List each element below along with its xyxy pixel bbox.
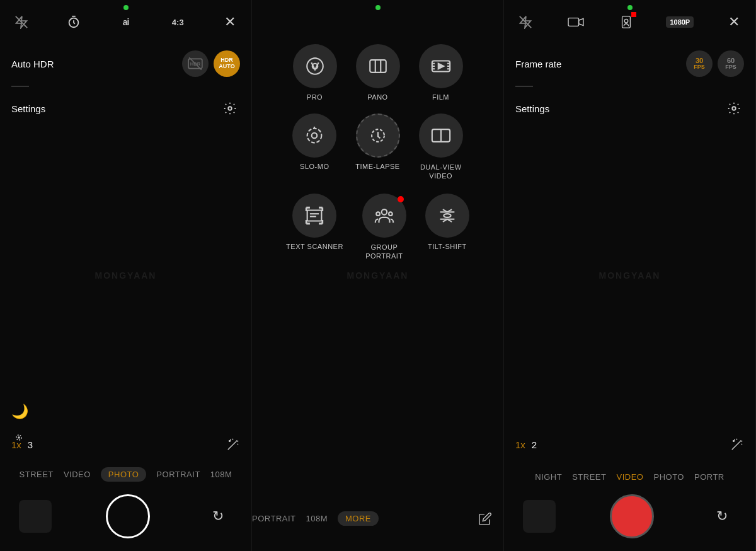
svg-point-42 bbox=[444, 214, 450, 218]
video-flash-off-icon[interactable] bbox=[515, 12, 536, 32]
portrait-mode-icon[interactable] bbox=[616, 12, 636, 32]
video-bottom-area: NIGHT STREET VIDEO PHOTO PORTR ↻ bbox=[504, 466, 755, 551]
svg-point-48 bbox=[732, 107, 736, 110]
mode-row-1: PRO PANO bbox=[293, 44, 463, 101]
video-close-icon[interactable]: ✕ bbox=[724, 12, 744, 32]
mode-circle-tiltshift bbox=[425, 194, 469, 238]
green-dot-middle bbox=[375, 5, 381, 10]
svg-point-33 bbox=[382, 209, 387, 215]
hdr-off-button[interactable]: HDR bbox=[182, 50, 209, 77]
video-flip-camera-button[interactable]: ↻ bbox=[707, 502, 736, 531]
svg-line-9 bbox=[228, 441, 236, 450]
svg-marker-45 bbox=[578, 19, 583, 26]
edit-pencil-icon[interactable] bbox=[478, 512, 503, 526]
resolution-badge[interactable]: 1080P bbox=[666, 16, 694, 28]
mode-tab-portrait-m[interactable]: PORTRAIT bbox=[252, 514, 296, 523]
video-gallery-thumbnail[interactable] bbox=[523, 500, 556, 533]
gallery-thumbnail[interactable] bbox=[19, 500, 52, 533]
zoom-level-right: 2 bbox=[532, 439, 537, 450]
hdr-buttons: HDR HDRAUTO bbox=[182, 50, 240, 77]
magic-wand-icon[interactable] bbox=[226, 438, 240, 451]
mode-tab-street[interactable]: STREET bbox=[20, 470, 54, 479]
svg-point-10 bbox=[229, 441, 231, 442]
zoom-level-left: 3 bbox=[28, 439, 33, 450]
shutter-photo-button[interactable] bbox=[106, 494, 150, 538]
green-dot-left bbox=[123, 5, 129, 10]
video-magic-wand-icon[interactable] bbox=[730, 438, 744, 451]
photo-panel: ai 4:3 ✕ Auto HDR HDR HDRAUTO Setting bbox=[0, 0, 252, 551]
mode-circle-film bbox=[419, 44, 463, 88]
mode-tab-108m-m[interactable]: 108M bbox=[306, 514, 328, 523]
mode-tab-portrait[interactable]: PORTRAIT bbox=[156, 470, 200, 479]
mode-row-2: SLO-MO TIME-LAPSE DUAL-V bbox=[292, 113, 462, 181]
mode-item-timelapse[interactable]: TIME-LAPSE bbox=[355, 113, 399, 181]
settings-row: Settings bbox=[0, 92, 251, 125]
svg-point-35 bbox=[389, 212, 392, 216]
ai-icon[interactable]: ai bbox=[116, 12, 136, 32]
zoom-value-left[interactable]: 1x bbox=[11, 439, 21, 450]
fps-60-button[interactable]: 60 FPS bbox=[718, 50, 744, 77]
night-mode-icon[interactable]: 🌙 bbox=[11, 403, 28, 420]
flip-camera-button[interactable]: ↻ bbox=[203, 502, 232, 531]
settings-icon[interactable] bbox=[220, 98, 240, 119]
mode-tab-video-v[interactable]: VIDEO bbox=[617, 472, 644, 482]
video-settings-icon[interactable] bbox=[724, 98, 744, 119]
fps-buttons: 30 FPS 60 FPS bbox=[686, 50, 744, 77]
mode-tab-portr-v[interactable]: PORTR bbox=[694, 472, 724, 482]
mode-label-tiltshift: TILT-SHIFT bbox=[428, 243, 467, 250]
mode-item-slomo[interactable]: SLO-MO bbox=[292, 113, 336, 181]
svg-point-11 bbox=[307, 58, 323, 74]
svg-rect-13 bbox=[370, 60, 386, 72]
mode-circle-dualview bbox=[419, 113, 463, 158]
mode-tab-video[interactable]: VIDEO bbox=[64, 470, 91, 479]
video-mode-strip: NIGHT STREET VIDEO PHOTO PORTR bbox=[504, 466, 755, 488]
mode-item-textscanner[interactable]: TEXT SCANNER bbox=[286, 194, 343, 261]
flash-off-icon[interactable] bbox=[11, 12, 32, 32]
mode-label-textscanner: TEXT SCANNER bbox=[286, 243, 343, 250]
video-settings-row: Settings bbox=[504, 92, 755, 125]
mode-item-dualview[interactable]: DUAL-VIEWVIDEO bbox=[419, 113, 463, 181]
zoom-value-right[interactable]: 1x bbox=[515, 439, 525, 450]
mode-circle-pano bbox=[356, 44, 400, 88]
mode-tab-night-v[interactable]: NIGHT bbox=[535, 472, 562, 482]
mode-item-tiltshift[interactable]: TILT-SHIFT bbox=[425, 194, 469, 261]
photo-mode-strip: STREET VIDEO PHOTO PORTRAIT 108M bbox=[0, 461, 251, 488]
mode-label-slomo: SLO-MO bbox=[300, 163, 329, 170]
mode-label-timelapse: TIME-LAPSE bbox=[355, 163, 399, 170]
close-icon[interactable]: ✕ bbox=[220, 12, 240, 32]
divider-video bbox=[515, 86, 533, 87]
green-dot-right bbox=[627, 5, 633, 10]
mode-label-pro: PRO bbox=[307, 93, 323, 101]
mode-tab-street-v[interactable]: STREET bbox=[572, 472, 606, 482]
svg-point-6 bbox=[228, 107, 232, 110]
svg-rect-30 bbox=[307, 210, 322, 221]
zoom-row-left: 1x 3 bbox=[0, 432, 251, 456]
aspect-ratio-icon[interactable]: 4:3 bbox=[168, 12, 188, 32]
auto-hdr-label: Auto HDR bbox=[11, 59, 54, 69]
timer-icon[interactable] bbox=[64, 12, 84, 32]
settings-label: Settings bbox=[11, 103, 45, 114]
divider-1 bbox=[11, 86, 29, 87]
group-portrait-notification bbox=[398, 196, 404, 202]
mode-tab-photo-v[interactable]: PHOTO bbox=[653, 472, 684, 482]
svg-line-49 bbox=[732, 441, 740, 450]
mode-item-pro[interactable]: PRO bbox=[293, 44, 337, 101]
zoom-row-right: 1x 2 bbox=[504, 432, 755, 456]
fps-30-button[interactable]: 30 FPS bbox=[686, 50, 713, 77]
mode-item-film[interactable]: FILM bbox=[419, 44, 463, 101]
shutter-video-button[interactable] bbox=[610, 494, 654, 538]
camera-flip-notification-icon[interactable] bbox=[566, 12, 586, 32]
svg-point-24 bbox=[307, 129, 322, 143]
mode-tab-108m[interactable]: 108M bbox=[210, 470, 232, 479]
more-mode-strip: PORTRAIT 108M MORE bbox=[252, 505, 503, 532]
more-top-bar bbox=[252, 0, 503, 25]
mode-circle-textscanner bbox=[292, 194, 336, 238]
mode-item-groupportrait[interactable]: GROUPPORTRAIT bbox=[362, 194, 406, 261]
mode-label-pano: PANO bbox=[367, 93, 387, 101]
mode-row-3: TEXT SCANNER GROUPPORTRAIT bbox=[286, 194, 469, 261]
mode-item-pano[interactable]: PANO bbox=[356, 44, 400, 101]
mode-tab-more[interactable]: MORE bbox=[338, 511, 379, 526]
frame-rate-label: Frame rate bbox=[515, 59, 561, 69]
mode-tab-photo[interactable]: PHOTO bbox=[101, 467, 147, 482]
hdr-auto-button[interactable]: HDRAUTO bbox=[214, 50, 240, 77]
